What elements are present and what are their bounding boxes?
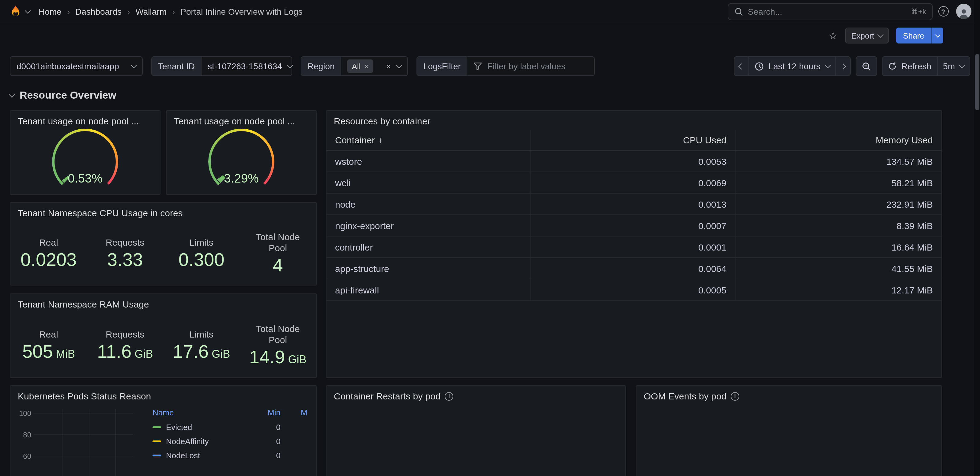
scrollbar-thumb[interactable] xyxy=(975,54,979,110)
tenant-id-label: Tenant ID xyxy=(152,57,202,75)
legend-item[interactable]: NodeLost xyxy=(153,451,200,460)
cell-memory: 16.64 MiB xyxy=(736,236,942,257)
panel-title-row: Container Restarts by pod i xyxy=(326,386,625,404)
panel-title-row: OOM Events by pod i xyxy=(636,386,942,404)
time-controls: Last 12 hours xyxy=(733,56,970,76)
region-value-chip[interactable]: All × xyxy=(348,59,373,73)
stat-limits: Limits 0.300 xyxy=(163,221,240,285)
legend-item[interactable]: Evicted xyxy=(153,423,192,432)
dashboard-canvas: Tenant usage on node pool ... 0.53% Tena… xyxy=(0,110,980,476)
y-axis-tick: 80 xyxy=(15,431,31,439)
column-header-memory[interactable]: Memory Used xyxy=(736,130,942,150)
user-avatar[interactable] xyxy=(956,4,971,19)
table-row[interactable]: api-firewall 0.0005 12.17 MiB xyxy=(326,279,942,301)
grafana-logo-icon[interactable] xyxy=(9,5,22,18)
stat-label: Total Node Pool xyxy=(253,323,303,345)
table-row[interactable]: nginx-exporter 0.0007 8.39 MiB xyxy=(326,215,942,236)
tenant-id-value: st-107263-1581634 xyxy=(208,61,282,71)
time-shift-back-button[interactable] xyxy=(734,57,749,75)
table-row[interactable]: wcli 0.0069 58.21 MiB xyxy=(326,172,942,194)
legend-column-min[interactable]: Min xyxy=(255,408,280,417)
legend-min-value: 0 xyxy=(255,451,280,460)
chip-remove-icon[interactable]: × xyxy=(364,62,369,70)
cell-memory: 12.17 MiB xyxy=(736,279,942,300)
time-shift-forward-button[interactable] xyxy=(836,57,850,75)
chevron-down-icon xyxy=(878,32,884,38)
favorite-star-icon[interactable]: ☆ xyxy=(829,30,838,41)
cell-memory: 8.39 MiB xyxy=(736,215,942,236)
clear-selection-icon[interactable]: × xyxy=(386,62,391,70)
stat-label: Total Node Pool xyxy=(253,232,303,254)
chevron-down-icon xyxy=(824,62,830,68)
refresh-group: Refresh 5m xyxy=(882,56,970,76)
refresh-interval-picker[interactable]: 5m xyxy=(937,57,970,75)
export-button[interactable]: Export xyxy=(845,27,889,43)
export-button-label: Export xyxy=(851,31,874,40)
refresh-interval-value: 5m xyxy=(943,61,955,71)
search-input[interactable] xyxy=(748,6,906,16)
gridline xyxy=(62,409,62,476)
region-dropdown[interactable]: Region All × × xyxy=(301,56,408,76)
panel-title[interactable]: Container Restarts by pod xyxy=(334,391,441,401)
org-switcher-chevron-icon[interactable] xyxy=(25,7,31,13)
cell-container: nginx-exporter xyxy=(326,215,531,236)
stat-value: 3.33 xyxy=(107,250,143,269)
app-variable-dropdown[interactable]: d0001ainboxatestmailaapp xyxy=(10,56,143,76)
global-search[interactable]: ⌘+k xyxy=(728,3,933,20)
stat-value: 0.300 xyxy=(178,250,224,269)
stat-row: Real 0.0203 Requests 3.33 Limits 0.300 T… xyxy=(10,221,316,285)
gridline xyxy=(34,413,133,414)
stat-requests: Requests 11.6 GiB xyxy=(87,312,164,377)
stat-row: Real 505 MiB Requests 11.6 GiB Limits xyxy=(10,312,316,377)
tenant-id-dropdown[interactable]: Tenant ID st-107263-1581634 xyxy=(151,56,292,76)
panel-title[interactable]: Resources by container xyxy=(326,111,942,129)
share-button[interactable]: Share xyxy=(896,27,931,43)
stat-label: Real xyxy=(39,329,58,340)
cell-memory: 58.21 MiB xyxy=(736,172,942,193)
table-row[interactable]: wstore 0.0053 134.57 MiB xyxy=(326,151,942,172)
cell-memory: 41.55 MiB xyxy=(736,258,942,279)
panel-title[interactable]: Tenant Namespace RAM Usage xyxy=(10,294,316,312)
panel-title[interactable]: Tenant Namespace CPU Usage in cores xyxy=(10,203,316,221)
table-row[interactable]: app-structure 0.0064 41.55 MiB xyxy=(326,258,942,279)
help-button[interactable]: ? xyxy=(933,6,954,16)
legend-item[interactable]: NodeAffinity xyxy=(153,437,209,446)
time-range-picker[interactable]: Last 12 hours xyxy=(749,57,836,75)
breadcrumb-folder[interactable]: Wallarm xyxy=(135,6,167,16)
stat-real: Real 0.0203 xyxy=(10,221,87,285)
panel-title[interactable]: OOM Events by pod xyxy=(644,391,726,401)
zoom-out-button[interactable] xyxy=(856,57,876,75)
logs-filter-input[interactable] xyxy=(487,61,591,71)
panel-title[interactable]: Kubernetes Pods Status Reason xyxy=(10,386,316,404)
breadcrumb-dashboards[interactable]: Dashboards xyxy=(75,6,122,16)
column-header-label: Container xyxy=(335,135,375,145)
breadcrumb-home[interactable]: Home xyxy=(38,6,62,16)
refresh-button[interactable]: Refresh xyxy=(882,57,937,75)
logs-filter-control[interactable]: LogsFilter xyxy=(417,56,595,76)
stat-limits: Limits 17.6 GiB xyxy=(163,312,240,377)
cell-cpu: 0.0053 xyxy=(531,151,736,172)
variables-row: d0001ainboxatestmailaapp Tenant ID st-10… xyxy=(10,56,970,76)
table-row[interactable]: controller 0.0001 16.64 MiB xyxy=(326,236,942,258)
section-collapse-chevron-icon xyxy=(9,92,15,98)
share-menu-button[interactable] xyxy=(931,27,943,43)
cell-memory: 134.57 MiB xyxy=(736,151,942,172)
logs-filter-label: LogsFilter xyxy=(417,57,468,75)
panel-title[interactable]: Tenant usage on node pool ... xyxy=(167,111,316,129)
panel-title[interactable]: Tenant usage on node pool ... xyxy=(10,111,160,129)
sort-desc-icon: ↓ xyxy=(379,135,382,145)
column-header-container[interactable]: Container ↓ xyxy=(326,130,531,150)
info-icon[interactable]: i xyxy=(445,392,453,400)
legend-column-name[interactable]: Name xyxy=(153,408,173,417)
stat-label: Requests xyxy=(106,237,145,248)
breadcrumb-current-dashboard: Portal Inline Overview with Logs xyxy=(180,6,302,16)
cell-cpu: 0.0007 xyxy=(531,215,736,236)
cell-container: node xyxy=(326,194,531,215)
table-row[interactable]: node 0.0013 232.91 MiB xyxy=(326,194,942,215)
section-resource-overview[interactable]: Resource Overview xyxy=(10,89,970,102)
column-header-cpu[interactable]: CPU Used xyxy=(531,130,736,150)
cell-cpu: 0.0064 xyxy=(531,258,736,279)
legend-column-max[interactable]: M xyxy=(301,408,307,417)
series-color-swatch xyxy=(153,455,161,456)
info-icon[interactable]: i xyxy=(731,392,739,400)
